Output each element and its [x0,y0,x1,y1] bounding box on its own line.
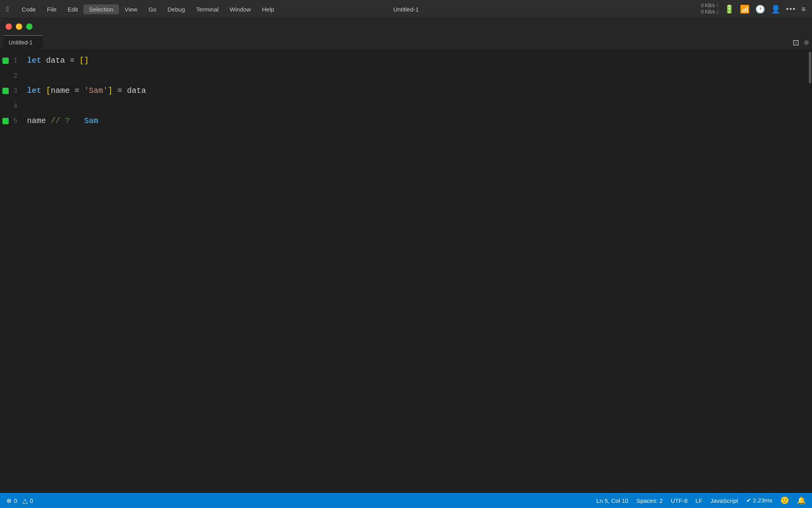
close-button[interactable] [6,23,12,30]
wifi-icon: 📶 [740,4,750,14]
token-name-3: name [51,83,70,98]
token-eq-1: = [70,53,75,68]
menu-code[interactable]: Code [16,4,42,14]
token-let-3: let [27,83,41,98]
tabbar: Untitled-1 ⊡ [0,35,812,50]
menu-terminal[interactable]: Terminal [191,4,224,14]
breakpoint-1[interactable] [0,58,11,64]
token-str-3: 'Sam' [84,83,108,98]
scrollbar-thumb[interactable] [809,52,811,83]
token-eq2-3: = [113,83,127,98]
network-speed: 0 KB/s ↑0 KB/s ↓ [701,3,719,15]
token-data-3: data [127,83,146,98]
code-editor-body[interactable]: 1 let data = [] 2 3 let [name = 'Sam'] =… [0,51,806,493]
minimize-button[interactable] [16,23,22,30]
smiley-icon[interactable]: 🙂 [780,496,789,505]
timing-info: ✔ 2.23ms [746,497,772,504]
cursor-position[interactable]: Ln 5, Col 10 [596,497,628,504]
window-title: Untitled-1 [393,6,419,13]
token-result-5: Sam [70,114,98,129]
language-info[interactable]: JavaScript [710,497,738,504]
token-space2-1 [75,53,79,68]
menu-help[interactable]: Help [257,4,280,14]
error-icon: ⊗ [6,497,11,504]
maximize-button[interactable] [26,23,33,30]
menu-go[interactable]: Go [143,4,162,14]
traffic-lights-row [0,19,812,35]
token-comment-5: // ? [51,114,70,129]
token-open-bracket-3: [ [46,83,51,98]
code-line-5: name // ? Sam [27,114,98,129]
code-line-1: let data = [] [27,53,89,68]
table-row: 5 name // ? Sam [0,114,806,129]
table-row: 2 [0,68,806,83]
statusbar: ⊗ 0 △ 0 Ln 5, Col 10 Spaces: 2 UTF-8 LF … [0,493,812,508]
menu-items: Code File Edit Selection View Go Debug T… [16,4,701,14]
user-icon: 👤 [771,4,781,14]
token-open-bracket-1: [ [79,53,84,68]
menu-view[interactable]: View [119,4,143,14]
eol-info[interactable]: LF [695,497,703,504]
token-name-5: name [27,114,46,129]
warning-count-value: 0 [30,497,33,504]
menu-debug[interactable]: Debug [162,4,190,14]
menubar:  Code File Edit Selection View Go Debug… [0,0,812,19]
breakpoint-5[interactable] [0,118,11,124]
token-space-1: data [41,53,70,68]
battery-icon: 🔋 [724,4,734,14]
breakpoint-dot-3 [2,88,9,94]
bell-icon[interactable]: 🔔 [797,496,806,505]
clock-icon: 🕐 [755,4,765,14]
table-row: 3 let [name = 'Sam'] = data [0,83,806,98]
list-icon[interactable]: ≡ [801,5,806,13]
split-editor-icon[interactable]: ⊡ [793,38,799,47]
menu-file[interactable]: File [41,4,62,14]
scrollbar-track[interactable] [806,51,812,493]
warning-icon: △ [23,497,27,504]
line-number-5: 5 [11,117,27,125]
code-line-3: let [name = 'Sam'] = data [27,83,146,98]
tabbar-right: ⊡ [793,38,809,47]
token-close-bracket-3: ] [108,83,113,98]
more-icon[interactable]: ••• [786,5,796,13]
apple-logo-icon[interactable]:  [6,5,9,13]
title-tab-area: Untitled-1 ⊡ [0,19,812,51]
statusbar-right: Ln 5, Col 10 Spaces: 2 UTF-8 LF JavaScri… [596,496,806,505]
line-number-4: 4 [11,102,27,110]
token-close-bracket-1: ] [84,53,89,68]
token-space-3 [41,83,46,98]
tab-untitled-1[interactable]: Untitled-1 [3,35,43,50]
breakpoint-dot-5 [2,118,9,124]
breakpoint-dot-1 [2,58,9,64]
breakpoint-3[interactable] [0,88,11,94]
token-eq-3: = [70,83,84,98]
spaces-info[interactable]: Spaces: 2 [636,497,663,504]
table-row: 1 let data = [] [0,53,806,68]
token-space-5 [46,114,51,129]
menu-edit[interactable]: Edit [62,4,84,14]
circle-icon [804,40,809,45]
token-let-1: let [27,53,41,68]
menu-selection[interactable]: Selection [83,4,119,14]
tab-label: Untitled-1 [9,39,33,46]
encoding-info[interactable]: UTF-8 [671,497,688,504]
table-row: 4 [0,98,806,114]
menu-window[interactable]: Window [224,4,256,14]
line-number-1: 1 [11,57,27,65]
statusbar-left: ⊗ 0 △ 0 [6,497,33,504]
menubar-right: 0 KB/s ↑0 KB/s ↓ 🔋 📶 🕐 👤 ••• ≡ [701,3,806,15]
line-number-2: 2 [11,72,27,80]
error-count[interactable]: ⊗ 0 △ 0 [6,497,33,504]
editor: 1 let data = [] 2 3 let [name = 'Sam'] =… [0,51,812,493]
error-count-value: 0 [14,497,17,504]
line-number-3: 3 [11,87,27,95]
